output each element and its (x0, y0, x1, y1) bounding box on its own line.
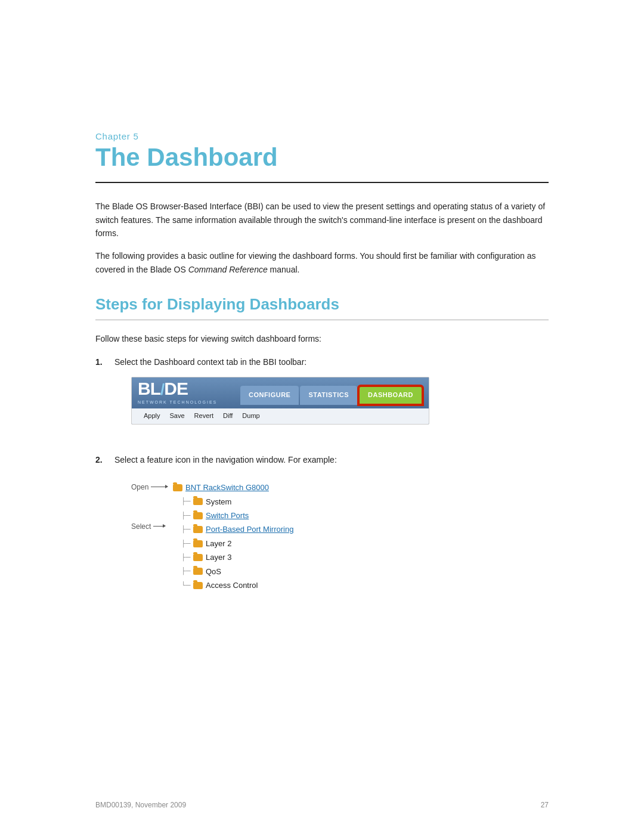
page-footer: BMD00139, November 2009 27 (0, 801, 644, 809)
chapter-rule (95, 182, 549, 183)
bbi-action-save[interactable]: Save (170, 411, 185, 422)
chapter-label: Chapter 5 (95, 131, 549, 141)
step-1: 1. Select the Dashboard context tab in t… (95, 355, 549, 442)
open-arrow (151, 487, 168, 487)
bbi-toolbar-screenshot: BL/DE NETWORK TECHNOLOGIES CONFIGURE STA… (131, 377, 429, 425)
tree-row-qos: ├─ QoS (173, 565, 358, 578)
nav-tree-wrapper: Open BNT RackSwitch G8000 (131, 481, 358, 592)
blade-logo-area: BL/DE NETWORK TECHNOLOGIES (138, 380, 240, 405)
body-p2-part2: manual. (268, 265, 300, 274)
tree-row-layer3: ├─ Layer 3 (173, 550, 358, 564)
folder-icon-layer2 (193, 540, 203, 547)
body-p2-part1: The following provides a basic outline f… (95, 251, 536, 274)
tree-connector-qos: ├─ (181, 565, 193, 577)
tab-dashboard[interactable]: DASHBOARD (358, 386, 423, 405)
tree-link-bnt[interactable]: BNT RackSwitch G8000 (185, 481, 269, 494)
steps-list: 1. Select the Dashboard context tab in t… (95, 355, 549, 607)
bbi-bottom-bar: Apply Save Revert Diff Dump (132, 408, 429, 424)
tree-text-accesscontrol: Access Control (206, 578, 258, 592)
bbi-action-dump[interactable]: Dump (242, 411, 259, 422)
folder-icon-layer3 (193, 554, 203, 561)
tree-text-system: System (206, 495, 231, 509)
bbi-action-diff[interactable]: Diff (223, 411, 233, 422)
footer-right: 27 (541, 801, 549, 809)
tree-row-portmirroring: ├─ Port-Based Port Mirroring (173, 522, 358, 536)
footer-left: BMD00139, November 2009 (95, 801, 186, 809)
folder-icon-accesscontrol (193, 582, 203, 589)
section-rule (95, 320, 549, 320)
tree-connector-layer2: ├─ (181, 538, 193, 550)
tree-row-switchports: ├─ Switch Ports (173, 509, 358, 522)
tree-row-layer2: ├─ Layer 2 (173, 537, 358, 550)
body-paragraph-1: The Blade OS Browser-Based Interface (BB… (95, 200, 549, 240)
tree-connector-system: ├─ (181, 496, 193, 507)
tree-row-accesscontrol: └─ Access Control (173, 578, 358, 592)
step-1-number: 1. (95, 355, 112, 368)
bbi-action-revert[interactable]: Revert (194, 411, 213, 422)
tab-statistics[interactable]: STATISTICS (300, 386, 357, 405)
bbi-action-apply[interactable]: Apply (144, 411, 160, 422)
select-arrow (153, 526, 165, 527)
body-paragraph-2: The following provides a basic outline f… (95, 249, 549, 276)
open-label: Open (131, 482, 148, 493)
tree-row-bnt: BNT RackSwitch G8000 (173, 481, 358, 494)
tree-connector-switchports: ├─ (181, 510, 193, 522)
folder-icon-bnt (173, 484, 182, 491)
section-intro: Follow these basic steps for viewing swi… (95, 332, 549, 345)
tree-connector-portmirroring: ├─ (181, 524, 193, 535)
tree-link-switchports[interactable]: Switch Ports (206, 509, 249, 522)
step-1-text: Select the Dashboard context tab in the … (114, 357, 306, 367)
step-2-text: Select a feature icon in the navigation … (114, 455, 337, 465)
tree-connector-accesscontrol: └─ (181, 580, 193, 592)
folder-icon-system (193, 498, 203, 505)
folder-icon-switchports (193, 512, 203, 519)
bbi-tabs: CONFIGURE STATISTICS DASHBOARD (240, 381, 423, 405)
section-heading: Steps for Displaying Dashboards (95, 295, 549, 314)
content-area: Chapter 5 The Dashboard The Blade OS Bro… (0, 0, 644, 666)
step-1-content: Select the Dashboard context tab in the … (114, 355, 549, 442)
folder-icon-portmirroring (193, 526, 203, 533)
step-2-number: 2. (95, 453, 112, 466)
tree-link-portmirroring[interactable]: Port-Based Port Mirroring (206, 522, 293, 536)
folder-icon-qos (193, 568, 203, 575)
bbi-top-bar: BL/DE NETWORK TECHNOLOGIES CONFIGURE STA… (132, 377, 429, 408)
step-2: 2. Select a feature icon in the navigati… (95, 453, 549, 607)
tree-text-qos: QoS (206, 565, 221, 578)
tree-text-layer3: Layer 3 (206, 550, 231, 564)
tree-row-system: ├─ System (173, 495, 358, 509)
open-label-row: Open (131, 482, 168, 493)
tab-configure[interactable]: CONFIGURE (240, 386, 299, 405)
select-label: Select (131, 521, 151, 532)
tree-text-layer2: Layer 2 (206, 537, 231, 550)
step-2-content: Select a feature icon in the navigation … (114, 453, 549, 607)
blade-subtitle: NETWORK TECHNOLOGIES (138, 399, 240, 405)
select-label-row: Select (131, 521, 165, 532)
page-container: Chapter 5 The Dashboard The Blade OS Bro… (0, 0, 644, 833)
chapter-title: The Dashboard (95, 144, 549, 171)
blade-logo: BL/DE (138, 380, 240, 398)
body-p2-italic: Command Reference (188, 265, 268, 274)
nav-tree-screenshot: Open BNT RackSwitch G8000 (131, 475, 358, 592)
tree-connector-layer3: ├─ (181, 552, 193, 563)
